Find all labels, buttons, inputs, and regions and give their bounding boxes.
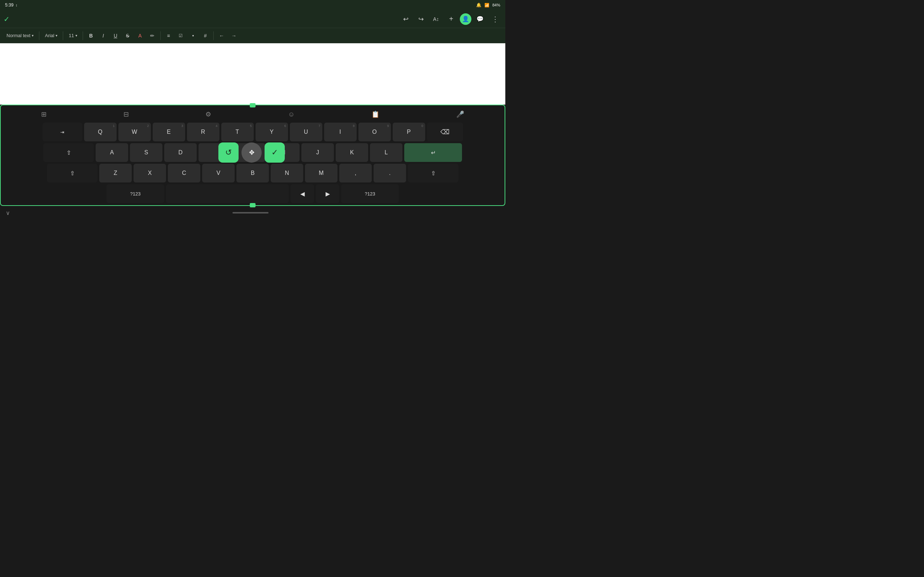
chevron-down-button[interactable]: ∨ bbox=[6, 210, 10, 216]
key-x[interactable]: X bbox=[134, 164, 166, 182]
font-size-dropdown[interactable]: 11 ▾ bbox=[66, 31, 80, 40]
text-size-button[interactable]: A↕ bbox=[430, 13, 443, 26]
highlight-button[interactable]: ✏ bbox=[147, 30, 158, 41]
more-options-button[interactable]: ⋮ bbox=[489, 13, 502, 26]
sep5 bbox=[213, 31, 214, 40]
time-display: 5:39 bbox=[5, 3, 13, 8]
underline-button[interactable]: U bbox=[110, 30, 121, 41]
sep1 bbox=[39, 31, 39, 40]
key-comma[interactable]: , bbox=[339, 164, 372, 182]
key-y[interactable]: 6Y bbox=[255, 122, 288, 141]
keyboard-container: ⊞ ⊟ ⚙ ☺ 📋 🎤 ⇥ 1Q 2W 3E 4R 5T 6Y 7U 8I 9O… bbox=[0, 105, 505, 206]
key-o[interactable]: 9O bbox=[359, 122, 391, 141]
key-w[interactable]: 2W bbox=[118, 122, 151, 141]
overlay-move-button[interactable]: ✥ bbox=[241, 142, 262, 163]
bold-button[interactable]: B bbox=[86, 30, 96, 41]
align-button[interactable]: ≡ bbox=[163, 30, 174, 41]
keyboard-toolbar: ⊞ ⊟ ⚙ ☺ 📋 🎤 bbox=[3, 108, 502, 121]
left-arrow-key[interactable]: ◀ bbox=[291, 184, 314, 203]
avatar: 👤 bbox=[460, 13, 472, 25]
indent-button[interactable]: → bbox=[228, 30, 239, 41]
key-l[interactable]: L bbox=[370, 143, 402, 162]
italic-button[interactable]: I bbox=[98, 30, 109, 41]
dedent-button[interactable]: ← bbox=[216, 30, 227, 41]
comment-button[interactable]: 💬 bbox=[473, 13, 486, 26]
overlay-check-button[interactable]: ✓ bbox=[265, 142, 285, 163]
keyboard-row-1: ⇥ 1Q 2W 3E 4R 5T 6Y 7U 8I 9O 0P ⌫ bbox=[3, 122, 502, 141]
add-button[interactable]: + bbox=[445, 13, 458, 26]
keyboard-row-3: ⇧ Z X C V B N M , . ⇧ bbox=[3, 164, 502, 182]
text-color-button[interactable]: A bbox=[135, 30, 145, 41]
numbers-left-button[interactable]: ?123 bbox=[107, 184, 164, 203]
key-e[interactable]: 3E bbox=[153, 122, 185, 141]
keyboard-row-4: ?123 ◀ ▶ ?123 bbox=[3, 184, 502, 203]
status-left: 5:39 ↕ bbox=[5, 3, 17, 8]
overlay-refresh-button[interactable]: ↺ bbox=[218, 142, 239, 163]
key-period[interactable]: . bbox=[373, 164, 406, 182]
key-u[interactable]: 7U bbox=[290, 122, 322, 141]
wifi-icon: 📶 bbox=[485, 3, 489, 8]
bottom-bar: ∨ bbox=[0, 206, 505, 220]
text-style-dropdown[interactable]: Normal text ▾ bbox=[3, 31, 36, 40]
shift-key-left[interactable]: ⇧ bbox=[47, 164, 97, 182]
backspace-key[interactable]: ⌫ bbox=[427, 122, 463, 141]
key-v[interactable]: V bbox=[202, 164, 234, 182]
redo-button[interactable]: ↪ bbox=[414, 13, 427, 26]
checklist-button[interactable]: ☑ bbox=[175, 30, 186, 41]
key-t[interactable]: 5T bbox=[221, 122, 254, 141]
key-c[interactable]: C bbox=[168, 164, 200, 182]
notification-icon: 🔔 bbox=[476, 3, 481, 8]
kb-mic-button[interactable]: 🎤 bbox=[452, 109, 468, 120]
tab-key[interactable]: ⇥ bbox=[43, 122, 82, 141]
key-r[interactable]: 4R bbox=[187, 122, 220, 141]
battery-percent: 84% bbox=[492, 3, 500, 7]
document-area[interactable] bbox=[0, 43, 505, 105]
caps-key[interactable]: ⇧ bbox=[43, 143, 94, 162]
numbered-list-button[interactable]: # bbox=[200, 30, 211, 41]
home-indicator bbox=[233, 212, 268, 213]
strikethrough-button[interactable]: S̶ bbox=[122, 30, 133, 41]
keyboard-row-2: ⇧ A S D F G H J K L ↵ ↺ ✥ ✓ bbox=[3, 143, 502, 162]
sep3 bbox=[82, 31, 83, 40]
key-q[interactable]: 1Q bbox=[84, 122, 116, 141]
status-bar: 5:39 ↕ 🔔 📶 84% bbox=[0, 0, 505, 10]
key-p[interactable]: 0P bbox=[393, 122, 425, 141]
key-m[interactable]: M bbox=[305, 164, 338, 182]
kb-table-button[interactable]: ⊟ bbox=[120, 109, 132, 120]
keyboard-handle-top[interactable] bbox=[250, 103, 255, 108]
bullet-list-button[interactable]: • bbox=[188, 30, 199, 41]
undo-button[interactable]: ↩ bbox=[399, 13, 412, 26]
sep2 bbox=[63, 31, 63, 40]
key-n[interactable]: N bbox=[271, 164, 303, 182]
kb-grid-button[interactable]: ⊞ bbox=[37, 109, 50, 120]
keyboard-rows: ⇥ 1Q 2W 3E 4R 5T 6Y 7U 8I 9O 0P ⌫ ⇧ A S … bbox=[3, 122, 502, 203]
keyboard-handle-bottom[interactable] bbox=[250, 203, 255, 207]
key-d[interactable]: D bbox=[164, 143, 197, 162]
format-toolbar: Normal text ▾ Arial ▾ 11 ▾ B I U S̶ A ✏ … bbox=[0, 28, 505, 43]
status-right: 🔔 📶 84% bbox=[476, 3, 500, 8]
key-i[interactable]: 8I bbox=[324, 122, 357, 141]
shift-key-right[interactable]: ⇧ bbox=[408, 164, 459, 182]
key-a[interactable]: A bbox=[96, 143, 128, 162]
overlay-keys: ↺ ✥ ✓ bbox=[218, 142, 285, 163]
kb-emoji-button[interactable]: ☺ bbox=[284, 109, 298, 120]
kb-settings-button[interactable]: ⚙ bbox=[202, 109, 215, 120]
confirm-button[interactable]: ✓ bbox=[3, 15, 10, 23]
right-arrow-key[interactable]: ▶ bbox=[316, 184, 339, 203]
signal-icon: ↕ bbox=[16, 3, 17, 7]
kb-clipboard-button[interactable]: 📋 bbox=[368, 109, 383, 120]
key-b[interactable]: B bbox=[236, 164, 269, 182]
enter-key[interactable]: ↵ bbox=[404, 143, 462, 162]
sep4 bbox=[160, 31, 161, 40]
key-j[interactable]: J bbox=[301, 143, 334, 162]
top-toolbar: ✓ ↩ ↪ A↕ + 👤 💬 ⋮ bbox=[0, 10, 505, 28]
space-key[interactable] bbox=[166, 184, 289, 203]
key-k[interactable]: K bbox=[336, 143, 368, 162]
font-dropdown[interactable]: Arial ▾ bbox=[42, 31, 60, 40]
key-z[interactable]: Z bbox=[99, 164, 132, 182]
key-s[interactable]: S bbox=[130, 143, 162, 162]
numbers-right-button[interactable]: ?123 bbox=[341, 184, 399, 203]
